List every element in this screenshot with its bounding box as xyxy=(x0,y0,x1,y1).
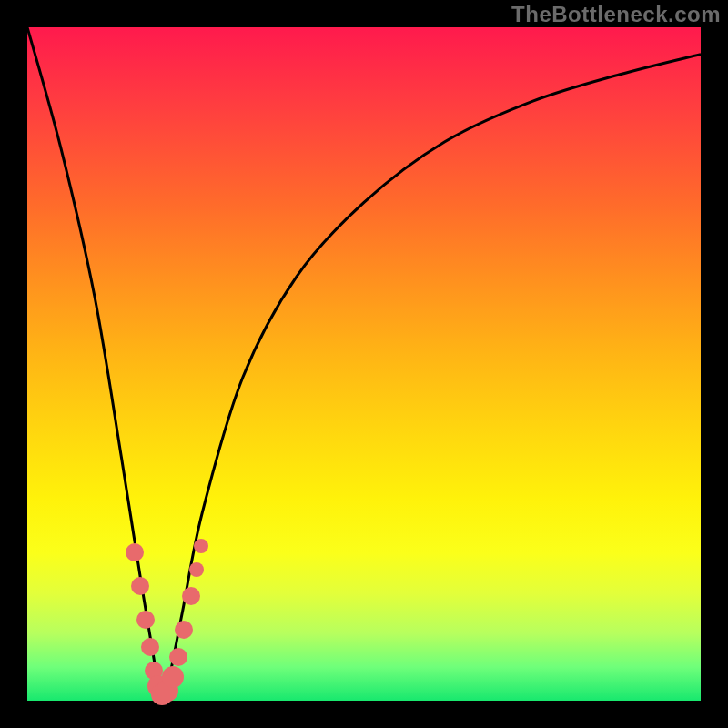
chart-frame: TheBottleneck.com xyxy=(0,0,728,728)
attribution-text: TheBottleneck.com xyxy=(511,2,721,27)
bottleneck-curve xyxy=(27,27,701,701)
plot-area xyxy=(27,27,701,701)
